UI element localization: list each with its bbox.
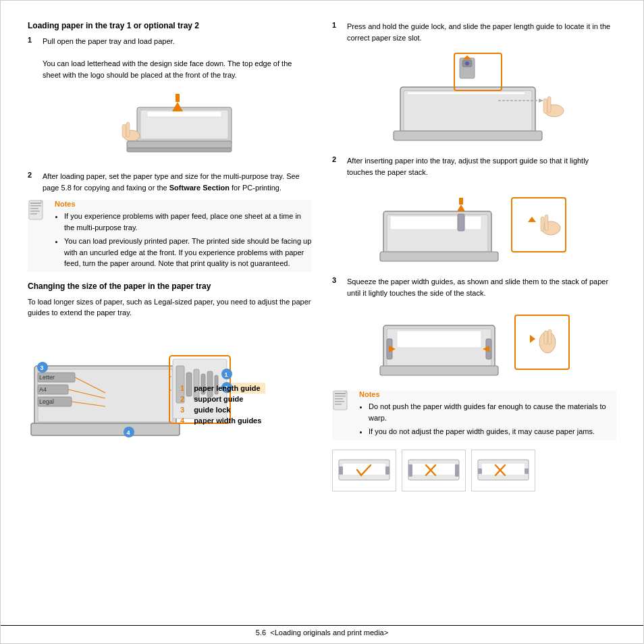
svg-rect-57 xyxy=(547,97,551,113)
tray-load-diagram xyxy=(117,87,238,161)
right-step3-text: Squeeze the paper width guides, as shown… xyxy=(347,276,616,298)
page: Loading paper in the tray 1 or optional … xyxy=(0,0,644,644)
step2: 2 After loading paper, set the paper typ… xyxy=(28,171,312,193)
right-column: 1 Press and hold the guide lock, and sli… xyxy=(332,21,616,491)
notes-box-1: Notes If you experience problems with pa… xyxy=(28,200,312,272)
svg-rect-83 xyxy=(548,329,552,344)
svg-marker-59 xyxy=(539,99,543,103)
incorrect-svg-1 xyxy=(405,453,462,487)
incorrect-diagram-1 xyxy=(402,450,466,491)
svg-rect-94 xyxy=(342,463,386,475)
notes-item-2-1: Do not push the paper width guides far e… xyxy=(369,401,616,423)
svg-rect-19 xyxy=(31,423,180,435)
correct-diagram xyxy=(332,450,396,491)
svg-rect-64 xyxy=(458,214,464,231)
notes-item-1-1: If you experience problems with paper fe… xyxy=(64,211,312,233)
section2-intro: To load longer sizes of paper, such as L… xyxy=(28,296,312,319)
svg-rect-60 xyxy=(394,131,542,140)
section2-heading: Changing the size of the paper in the pa… xyxy=(28,281,312,291)
right-step2-text: After inserting paper into the tray, adj… xyxy=(347,155,616,178)
notes-title-2: Notes xyxy=(359,390,616,398)
notes-list-2: Do not push the paper width guides far e… xyxy=(359,401,616,437)
svg-rect-85 xyxy=(380,366,498,375)
svg-rect-82 xyxy=(544,331,547,344)
step1-content: Pull open the paper tray and load paper.… xyxy=(43,36,312,80)
step1-sub: You can load letterhead with the design … xyxy=(43,59,292,79)
notes-content-2: Notes Do not push the paper width guides… xyxy=(359,390,616,440)
svg-rect-56 xyxy=(543,99,547,113)
notes-icon-2 xyxy=(332,390,354,440)
notes-document-icon xyxy=(28,200,47,224)
correct-svg xyxy=(336,453,393,487)
svg-rect-72 xyxy=(380,252,498,261)
notes-box-2: Notes Do not push the paper width guides… xyxy=(332,390,616,440)
width-guides-image xyxy=(332,305,616,381)
svg-rect-90 xyxy=(335,401,344,402)
right-step1-number: 1 xyxy=(332,21,342,43)
svg-rect-7 xyxy=(126,122,130,137)
correct-incorrect-diagrams xyxy=(332,450,616,491)
guide-lock-image xyxy=(332,50,616,146)
page-number: 5.6 xyxy=(256,628,266,637)
svg-rect-96 xyxy=(385,466,390,475)
support-guide-image xyxy=(332,184,616,267)
svg-rect-12 xyxy=(30,205,41,207)
step1-number: 1 xyxy=(28,36,37,80)
notes-list-1: If you experience problems with paper fe… xyxy=(55,211,312,269)
step2-content: After loading paper, set the paper type … xyxy=(43,171,312,193)
svg-marker-71 xyxy=(528,217,536,222)
svg-marker-54 xyxy=(463,55,471,59)
svg-rect-95 xyxy=(339,466,343,475)
svg-rect-66 xyxy=(459,198,463,205)
tray-size-diagram-area: Letter A4 Legal 3 xyxy=(28,325,312,426)
step2-number: 2 xyxy=(28,171,37,193)
right-step1-text: Press and hold the guide lock, and slide… xyxy=(347,21,616,43)
svg-rect-99 xyxy=(408,464,412,477)
right-step2: 2 After inserting paper into the tray, a… xyxy=(332,155,616,178)
svg-rect-69 xyxy=(541,217,544,232)
svg-rect-15 xyxy=(30,213,37,215)
svg-rect-100 xyxy=(455,464,459,477)
step2-text2: for PC-printing. xyxy=(230,184,281,192)
footer: 5.6 <Loading originals and print media> xyxy=(1,625,643,637)
svg-rect-11 xyxy=(30,203,41,204)
section1-heading: Loading paper in the tray 1 or optional … xyxy=(28,21,312,30)
guide-lock-diagram xyxy=(380,50,569,144)
svg-marker-84 xyxy=(530,335,535,343)
width-guides-diagram xyxy=(377,305,572,379)
svg-rect-105 xyxy=(478,468,482,474)
incorrect-diagram-2 xyxy=(471,450,535,491)
svg-marker-3 xyxy=(172,102,183,111)
step1: 1 Pull open the paper tray and load pape… xyxy=(28,36,312,80)
guide-lock-diagram-container xyxy=(380,50,569,146)
svg-rect-91 xyxy=(335,404,342,405)
incorrect-svg-2 xyxy=(475,453,532,487)
right-step2-number: 2 xyxy=(332,155,342,178)
notes-document-icon-2 xyxy=(332,390,351,414)
notes-title-1: Notes xyxy=(55,200,312,208)
svg-rect-63 xyxy=(390,216,481,230)
svg-rect-89 xyxy=(335,398,343,400)
notes-content-1: Notes If you experience problems with pa… xyxy=(55,200,312,272)
svg-rect-4 xyxy=(176,94,180,102)
footer-title: Loading originals and print media xyxy=(275,628,384,637)
right-step3: 3 Squeeze the paper width guides, as sho… xyxy=(332,276,616,298)
right-step3-number: 3 xyxy=(332,276,342,298)
notes-item-1-2: You can load previously printed paper. T… xyxy=(64,236,312,269)
two-column-layout: Loading paper in the tray 1 or optional … xyxy=(28,21,616,491)
svg-marker-65 xyxy=(457,205,465,211)
svg-text:4: 4 xyxy=(127,429,130,436)
notes-icon-1 xyxy=(28,200,49,272)
step1-text: Pull open the paper tray and load paper. xyxy=(43,37,175,45)
svg-rect-14 xyxy=(30,211,40,212)
svg-rect-2 xyxy=(147,111,221,117)
svg-rect-106 xyxy=(525,468,529,474)
svg-rect-49 xyxy=(407,92,525,95)
legend-label-1: paper length guide xyxy=(190,383,265,394)
right-step1: 1 Press and hold the guide lock, and sli… xyxy=(332,21,616,43)
notes-item-2-2: If you do not adjust the paper width gui… xyxy=(369,426,616,437)
left-column: Loading paper in the tray 1 or optional … xyxy=(28,21,312,491)
svg-rect-87 xyxy=(335,393,346,394)
legend-label-4: paper width guides xyxy=(190,415,265,426)
svg-rect-13 xyxy=(30,208,38,209)
